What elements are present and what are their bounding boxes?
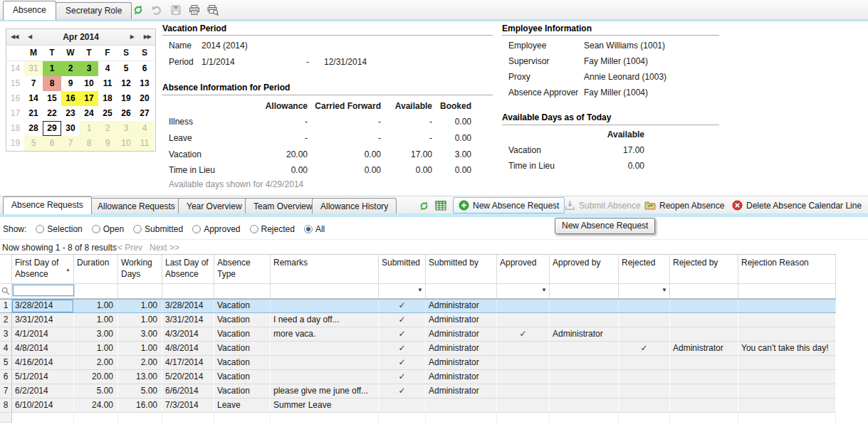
calendar-day[interactable]: 1 (43, 61, 61, 76)
table-cell[interactable]: 4/8/2014 (12, 342, 74, 355)
table-cell[interactable]: 4/16/2014 (12, 356, 74, 369)
calendar-day[interactable]: 18 (98, 91, 117, 106)
table-cell[interactable] (271, 356, 379, 369)
table-cell[interactable]: ✓ (379, 356, 426, 369)
calendar-day[interactable]: 28 (24, 121, 43, 136)
calendar-day[interactable]: 10 (80, 76, 98, 91)
calendar-day[interactable]: 21 (24, 106, 43, 121)
calendar-day[interactable]: 13 (135, 76, 154, 91)
table-cell[interactable]: 24.00 (74, 399, 118, 412)
table-cell[interactable] (738, 300, 836, 312)
column-header-approved[interactable]: Approved (497, 255, 550, 283)
table-cell[interactable] (497, 384, 550, 398)
calendar-day[interactable]: 4 (98, 61, 117, 76)
print-icon[interactable] (188, 4, 201, 16)
calendar-day[interactable]: 8 (80, 136, 98, 151)
table-cell[interactable]: 4/3/2014 (162, 327, 214, 341)
calendar-next-icon[interactable]: ▶ (127, 29, 137, 45)
filter-working-days-cell[interactable] (118, 284, 162, 298)
row-number[interactable]: 4 (0, 342, 12, 355)
table-cell[interactable] (497, 356, 550, 369)
table-cell[interactable] (619, 300, 670, 312)
tab-secretary-role[interactable]: Secretary Role (56, 2, 132, 19)
table-cell[interactable] (550, 342, 619, 355)
tab-allowance-requests[interactable]: Allowance Requests (89, 198, 184, 214)
calendar-day[interactable]: 4 (135, 121, 154, 136)
calendar-day[interactable]: 8 (43, 76, 61, 91)
table-cell[interactable] (670, 356, 738, 369)
calendar-day[interactable]: 1 (80, 121, 98, 136)
column-header-submitted[interactable]: Submitted (379, 255, 426, 283)
table-cell[interactable]: 5.00 (118, 384, 162, 398)
table-cell[interactable]: ✓ (379, 370, 426, 384)
table-cell[interactable] (619, 384, 670, 398)
table-row[interactable]: 86/10/201424.0016.007/3/2014LeaveSummer … (0, 399, 836, 413)
row-number[interactable]: 7 (0, 384, 12, 398)
column-header-first-day[interactable]: First Day of Absence▲ (12, 255, 74, 283)
table-cell[interactable]: Administrator (426, 327, 497, 341)
filter-first-day-cell[interactable] (12, 284, 74, 298)
print-preview-icon[interactable] (206, 4, 219, 16)
table-cell[interactable]: 2.00 (74, 356, 118, 369)
table-cell[interactable] (670, 399, 738, 412)
table-cell[interactable]: ✓ (379, 300, 426, 312)
calendar-day[interactable]: 7 (24, 76, 43, 91)
calendar-prev-icon[interactable]: ◀ (25, 29, 34, 45)
table-cell[interactable] (497, 370, 550, 384)
calendar-day[interactable]: 12 (117, 76, 135, 91)
table-row[interactable]: 44/8/20141.001.004/8/2014Vacation✓Admini… (0, 342, 836, 356)
tab-year-overview[interactable]: Year Overview (178, 198, 251, 214)
calendar-day[interactable]: 11 (98, 76, 117, 91)
table-row[interactable]: 23/31/20141.001.003/31/2014VacationI nee… (0, 313, 836, 327)
table-cell[interactable] (619, 370, 670, 384)
calendar-day[interactable]: 30 (61, 121, 80, 136)
table-cell[interactable] (497, 300, 550, 312)
tab-absence-requests[interactable]: Absence Requests (3, 196, 92, 214)
save-icon[interactable] (169, 4, 182, 16)
calendar-day[interactable]: 3 (117, 121, 135, 136)
table-cell[interactable]: Vacation (214, 342, 271, 355)
table-cell[interactable]: 5.00 (74, 384, 118, 398)
calendar-last-icon[interactable]: ▶▶ (141, 29, 154, 45)
column-header-last-day[interactable]: Last Day of Absence (162, 255, 214, 283)
filter-approved-cell[interactable]: ▼ (497, 284, 550, 298)
column-header-working-days[interactable]: Working Days (118, 255, 162, 283)
table-cell[interactable] (738, 399, 836, 412)
table-cell[interactable]: Vacation (214, 327, 271, 341)
table-cell[interactable]: 5/20/2014 (162, 370, 214, 384)
table-cell[interactable]: Administrator (426, 384, 497, 398)
column-header-duration[interactable]: Duration (74, 255, 118, 283)
table-row[interactable]: 34/1/20143.003.004/3/2014Vacationmore va… (0, 327, 836, 342)
table-cell[interactable]: please give me june off... (271, 384, 379, 398)
table-cell[interactable] (271, 370, 379, 384)
calendar-day[interactable]: 27 (135, 106, 154, 121)
table-cell[interactable]: 5/1/2014 (12, 370, 74, 384)
table-cell[interactable]: Vacation (214, 370, 271, 384)
table-cell[interactable]: 1.00 (74, 342, 118, 355)
table-cell[interactable] (738, 327, 836, 341)
table-cell[interactable]: 6/10/2014 (12, 399, 74, 412)
table-cell[interactable]: 7/3/2014 (162, 399, 214, 412)
table-cell[interactable] (550, 370, 619, 384)
filter-rejected-cell[interactable]: ▼ (619, 284, 670, 298)
tab-absence[interactable]: Absence (3, 1, 56, 20)
table-row[interactable]: 54/16/20142.002.004/17/2014Vacation✓Admi… (0, 356, 836, 370)
table-cell[interactable] (550, 313, 619, 327)
table-cell[interactable] (738, 384, 836, 398)
delete-absence-line-button[interactable]: Delete Absence Calendar Line (732, 198, 862, 213)
radio-approved[interactable]: Approved (192, 224, 240, 234)
table-cell[interactable]: 4/17/2014 (162, 356, 214, 369)
table-cell[interactable]: 4/1/2014 (12, 327, 74, 341)
calendar-day[interactable]: 10 (117, 136, 135, 151)
reopen-absence-button[interactable]: Reopen Absence (644, 198, 724, 213)
filter-first-day-input[interactable] (13, 285, 74, 296)
table-cell[interactable]: Administrator (550, 327, 619, 341)
table-cell[interactable] (738, 356, 836, 369)
calendar-day[interactable]: 29 (43, 121, 61, 136)
calendar-day[interactable]: 9 (98, 136, 117, 151)
table-cell[interactable] (426, 399, 497, 412)
radio-rejected[interactable]: Rejected (250, 224, 295, 234)
table-cell[interactable]: 3/31/2014 (162, 313, 214, 327)
undo-icon[interactable] (150, 4, 163, 16)
table-cell[interactable]: 3.00 (118, 327, 162, 341)
